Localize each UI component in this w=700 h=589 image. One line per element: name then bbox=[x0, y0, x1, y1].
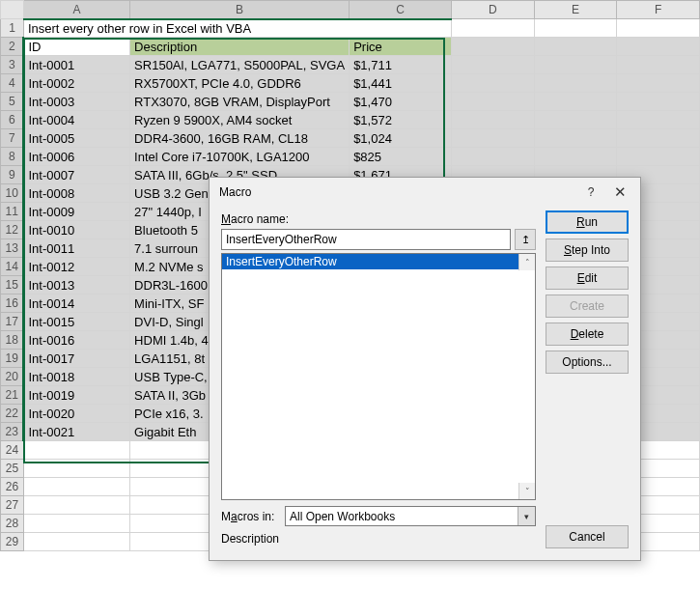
macro-list-item[interactable]: InsertEveryOtherRow bbox=[222, 254, 535, 269]
col-header-c[interactable]: C bbox=[350, 1, 452, 19]
cell-id[interactable]: Int-0002 bbox=[23, 74, 129, 93]
cell-id[interactable]: Int-0019 bbox=[23, 386, 129, 405]
cell-id[interactable]: Int-0001 bbox=[23, 56, 129, 74]
scroll-down-button[interactable]: ˅ bbox=[518, 483, 535, 499]
row-header[interactable]: 8 bbox=[1, 148, 24, 166]
row-header[interactable]: 7 bbox=[1, 129, 24, 148]
help-button[interactable]: ? bbox=[576, 182, 605, 203]
row-header[interactable]: 3 bbox=[1, 56, 24, 74]
cell-price[interactable]: $825 bbox=[350, 148, 452, 166]
macro-listbox[interactable]: InsertEveryOtherRow ˄ ˅ bbox=[221, 253, 536, 500]
row-header[interactable]: 6 bbox=[1, 111, 24, 129]
row-header[interactable]: 19 bbox=[1, 350, 24, 368]
options-button[interactable]: Options... bbox=[546, 351, 629, 374]
header-id[interactable]: ID bbox=[23, 38, 129, 56]
cell-id[interactable]: Int-0014 bbox=[23, 294, 129, 313]
cell-desc[interactable]: DDR4-3600, 16GB RAM, CL18 bbox=[130, 129, 350, 148]
row-header[interactable]: 11 bbox=[1, 203, 24, 221]
col-header-b[interactable]: B bbox=[130, 1, 350, 19]
table-row[interactable]: 5Int-0003RTX3070, 8GB VRAM, DisplayPort$… bbox=[1, 93, 700, 111]
macros-in-combo[interactable]: All Open Workbooks ▾ bbox=[285, 506, 536, 526]
macros-in-label: Macros in: bbox=[221, 510, 285, 523]
row-header[interactable]: 26 bbox=[1, 478, 24, 496]
row-header[interactable]: 5 bbox=[1, 93, 24, 111]
row-header[interactable]: 27 bbox=[1, 496, 24, 515]
chevron-down-icon: ˅ bbox=[525, 487, 530, 496]
row-header[interactable]: 23 bbox=[1, 423, 24, 441]
row-header[interactable]: 29 bbox=[1, 533, 24, 551]
row-header[interactable]: 20 bbox=[1, 368, 24, 386]
cell-id[interactable]: Int-0007 bbox=[23, 166, 129, 184]
close-icon: ✕ bbox=[614, 183, 627, 201]
row-header[interactable]: 1 bbox=[1, 19, 24, 38]
cell-id[interactable]: Int-0009 bbox=[23, 203, 129, 221]
cell-price[interactable]: $1,441 bbox=[350, 74, 452, 93]
row-header[interactable]: 17 bbox=[1, 313, 24, 331]
table-row[interactable]: 4Int-0002RX5700XT, PCIe 4.0, GDDR6$1,441 bbox=[1, 74, 700, 93]
row-header[interactable]: 4 bbox=[1, 74, 24, 93]
table-row[interactable]: 6Int-0004Ryzen 9 5900X, AM4 socket$1,572 bbox=[1, 111, 700, 129]
row-header[interactable]: 15 bbox=[1, 276, 24, 294]
cell-id[interactable]: Int-0004 bbox=[23, 111, 129, 129]
cell-id[interactable]: Int-0021 bbox=[23, 423, 129, 441]
run-button[interactable]: Run bbox=[546, 210, 629, 234]
row-header[interactable]: 14 bbox=[1, 258, 24, 276]
cell-desc[interactable]: SR150Al, LGA771, S5000PAL, SVGA bbox=[130, 56, 350, 74]
cell-desc[interactable]: Ryzen 9 5900X, AM4 socket bbox=[130, 111, 350, 129]
row-header[interactable]: 25 bbox=[1, 460, 24, 478]
cell-price[interactable]: $1,572 bbox=[350, 111, 452, 129]
row-header[interactable]: 24 bbox=[1, 441, 24, 460]
macro-name-input[interactable] bbox=[221, 229, 511, 250]
col-header-e[interactable]: E bbox=[534, 1, 617, 19]
cell-id[interactable]: Int-0016 bbox=[23, 331, 129, 350]
cell-id[interactable]: Int-0018 bbox=[23, 368, 129, 386]
cell-id[interactable]: Int-0012 bbox=[23, 258, 129, 276]
row-header[interactable]: 22 bbox=[1, 405, 24, 423]
scroll-up-button[interactable]: ˄ bbox=[518, 254, 535, 270]
cell-id[interactable]: Int-0005 bbox=[23, 129, 129, 148]
cell-id[interactable]: Int-0020 bbox=[23, 405, 129, 423]
table-row[interactable]: 8Int-0006Intel Core i7-10700K, LGA1200$8… bbox=[1, 148, 700, 166]
row-header[interactable]: 28 bbox=[1, 515, 24, 533]
cell-id[interactable]: Int-0003 bbox=[23, 93, 129, 111]
header-price[interactable]: Price bbox=[350, 38, 452, 56]
row-header[interactable]: 9 bbox=[1, 166, 24, 184]
cell-id[interactable]: Int-0008 bbox=[23, 184, 129, 203]
select-all-corner[interactable] bbox=[1, 1, 24, 19]
cell-desc[interactable]: RX5700XT, PCIe 4.0, GDDR6 bbox=[130, 74, 350, 93]
cell-id[interactable]: Int-0010 bbox=[23, 221, 129, 239]
row-header[interactable]: 21 bbox=[1, 386, 24, 405]
header-desc[interactable]: Description bbox=[130, 38, 350, 56]
delete-button[interactable]: Delete bbox=[546, 323, 629, 346]
row-header[interactable]: 12 bbox=[1, 221, 24, 239]
cell-price[interactable]: $1,711 bbox=[350, 56, 452, 74]
table-row[interactable]: 7Int-0005DDR4-3600, 16GB RAM, CL18$1,024 bbox=[1, 129, 700, 148]
row-header[interactable]: 13 bbox=[1, 239, 24, 258]
cell-price[interactable]: $1,470 bbox=[350, 93, 452, 111]
cell-price[interactable]: $1,024 bbox=[350, 129, 452, 148]
range-picker-icon: ↥ bbox=[521, 234, 530, 246]
cell-desc[interactable]: Intel Core i7-10700K, LGA1200 bbox=[130, 148, 350, 166]
cell-id[interactable]: Int-0006 bbox=[23, 148, 129, 166]
col-header-f[interactable]: F bbox=[617, 1, 700, 19]
row-header[interactable]: 16 bbox=[1, 294, 24, 313]
table-row[interactable]: 3Int-0001SR150Al, LGA771, S5000PAL, SVGA… bbox=[1, 56, 700, 74]
edit-button[interactable]: Edit bbox=[546, 266, 629, 290]
row-header[interactable]: 10 bbox=[1, 184, 24, 203]
col-header-a[interactable]: A bbox=[23, 1, 129, 19]
row-header[interactable]: 18 bbox=[1, 331, 24, 350]
macro-dialog: Macro ? ✕ Macro name: ↥ InsertEveryOther… bbox=[209, 177, 641, 561]
cell-id[interactable]: Int-0017 bbox=[23, 350, 129, 368]
cancel-button[interactable]: Cancel bbox=[546, 525, 629, 548]
col-header-d[interactable]: D bbox=[452, 1, 535, 19]
title-cell[interactable]: Insert every other row in Excel with VBA bbox=[23, 19, 451, 38]
range-picker-button[interactable]: ↥ bbox=[515, 229, 536, 250]
step-into-button[interactable]: Step Into bbox=[546, 238, 629, 262]
cell-id[interactable]: Int-0013 bbox=[23, 276, 129, 294]
close-button[interactable]: ✕ bbox=[605, 182, 634, 203]
cell-id[interactable]: Int-0015 bbox=[23, 313, 129, 331]
dialog-titlebar[interactable]: Macro ? ✕ bbox=[210, 178, 640, 207]
cell-id[interactable]: Int-0011 bbox=[23, 239, 129, 258]
cell-desc[interactable]: RTX3070, 8GB VRAM, DisplayPort bbox=[130, 93, 350, 111]
row-header[interactable]: 2 bbox=[1, 38, 24, 56]
